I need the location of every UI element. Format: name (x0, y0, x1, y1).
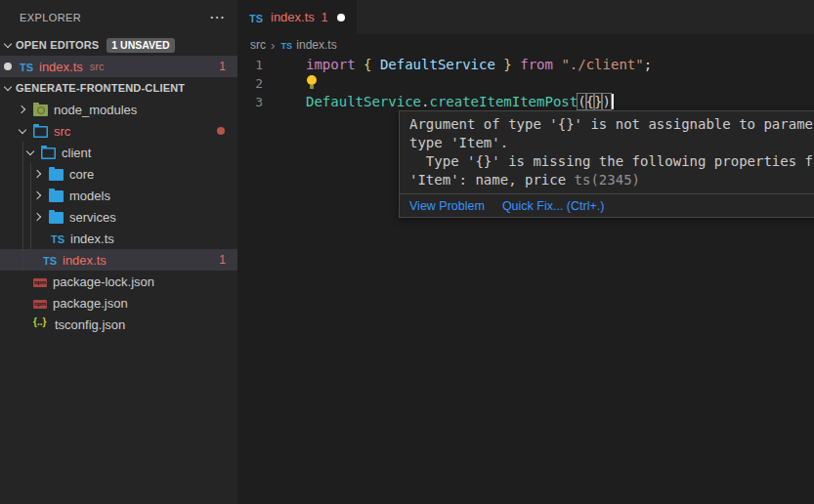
code-line: 2 (237, 74, 814, 93)
open-folder-icon (41, 147, 56, 159)
folder-icon (49, 169, 64, 181)
modified-dot-icon (4, 63, 12, 70)
code-line: 3 DefaultService.createItemItemPost({}) (237, 93, 814, 111)
npm-icon (33, 300, 47, 309)
breadcrumb-file[interactable]: index.ts (296, 38, 336, 52)
code-line: 1 import { DefaultService } from "./clie… (237, 56, 814, 74)
error-count-badge: 1 (219, 253, 226, 267)
typescript-icon (18, 60, 35, 74)
folder-icon (49, 190, 64, 202)
tree-item-client[interactable]: client (0, 142, 237, 163)
tab-index-ts[interactable]: index.ts 1 (237, 0, 357, 34)
code-line-content: import { DefaultService } from "./client… (306, 56, 652, 74)
tree-item-label: tsconfig.json (55, 317, 125, 332)
more-actions-icon[interactable] (208, 10, 226, 25)
tree-item-node-modules[interactable]: node_modules (0, 99, 237, 120)
open-folder-icon (33, 126, 48, 138)
typescript-icon (247, 9, 265, 26)
json-icon (33, 318, 49, 330)
typescript-icon (49, 231, 66, 246)
tree-item-label: services (69, 210, 116, 225)
tab-bar: index.ts 1 (237, 0, 814, 34)
tree-item-services[interactable]: services (0, 206, 237, 228)
view-problem-link[interactable]: View Problem (409, 199, 485, 213)
lightbulb-icon[interactable] (306, 75, 319, 91)
error-message-line: Type '{}' is missing the following prope… (409, 152, 814, 171)
vscode-window: EXPLORER OPEN EDITORS 1 UNSAVED index.ts… (0, 0, 814, 504)
error-message-line: Argument of type '{}' is not assignable … (409, 115, 814, 134)
line-number: 3 (237, 93, 306, 111)
line-number: 1 (237, 56, 306, 74)
typescript-icon (279, 38, 293, 52)
indent-spacer (12, 271, 33, 292)
workspace-section-header[interactable]: GENERATE-FRONTEND-CLIENT (0, 77, 237, 99)
tree-item-label: models (69, 189, 110, 203)
workspace-name: GENERATE-FRONTEND-CLIENT (16, 82, 185, 94)
editor-area: index.ts 1 src index.ts 1 import { Defau… (237, 0, 814, 504)
line-number: 2 (237, 74, 306, 93)
tree-item-label: package-lock.json (53, 274, 154, 289)
chevron-down-icon (0, 77, 16, 99)
breadcrumb: src index.ts (237, 34, 814, 56)
unsaved-badge: 1 UNSAVED (107, 38, 174, 53)
tree-item-label: client (62, 146, 91, 160)
tree-item-src[interactable]: src (0, 120, 237, 142)
typescript-icon (41, 253, 59, 268)
error-message-line: type 'Item'. (409, 134, 814, 152)
tree-item-tsconfig-json[interactable]: tsconfig.json (0, 314, 237, 335)
chevron-right-icon (271, 38, 275, 53)
tooltip-actions: View Problem Quick Fix... (Ctrl+.) (400, 193, 814, 217)
tree-item-label: src (54, 124, 70, 139)
tree-item-label: node_modules (54, 103, 137, 117)
explorer-header: EXPLORER (0, 0, 237, 34)
tree-item-models[interactable]: models (0, 185, 237, 206)
breadcrumb-folder[interactable]: src (250, 38, 266, 52)
open-editor-file-name: index.ts (39, 60, 83, 74)
problems-dot-icon (217, 127, 225, 135)
error-message: Argument of type '{}' is not assignable … (400, 111, 814, 193)
tree-item-label: index.ts (63, 253, 107, 268)
chevron-down-icon (12, 120, 33, 142)
code-line-content: DefaultService.createItemItemPost({}) (306, 93, 614, 111)
tree-item-core[interactable]: core (0, 163, 237, 185)
code-line-content (306, 74, 319, 93)
tree-item-label: index.ts (70, 231, 114, 246)
tree-item-package-lock-json[interactable]: package-lock.json (0, 271, 237, 292)
explorer-sidebar: EXPLORER OPEN EDITORS 1 UNSAVED index.ts… (0, 0, 237, 504)
tree-item-src-index-ts[interactable]: index.ts 1 (0, 249, 237, 271)
code-area[interactable]: 1 import { DefaultService } from "./clie… (237, 56, 814, 111)
modified-dot-icon[interactable] (337, 14, 345, 21)
indent-guide (22, 142, 23, 271)
chevron-right-icon (12, 99, 33, 120)
error-count-badge: 1 (219, 60, 226, 73)
npm-icon (33, 278, 47, 287)
error-tooltip: Argument of type '{}' is not assignable … (399, 110, 814, 218)
explorer-title: EXPLORER (20, 12, 81, 23)
folder-icon (49, 212, 64, 224)
open-editor-file-path: src (90, 61, 105, 72)
indent-spacer (12, 314, 33, 335)
open-editors-label: OPEN EDITORS (16, 39, 99, 51)
tab-label: index.ts (271, 10, 315, 24)
tab-error-count: 1 (321, 11, 328, 24)
indent-spacer (12, 292, 33, 314)
open-editor-item-index-ts[interactable]: index.ts src 1 (0, 56, 237, 77)
tree-item-client-index-ts[interactable]: index.ts (0, 228, 237, 249)
tree-item-package-json[interactable]: package.json (0, 292, 237, 314)
node-modules-folder-icon (33, 105, 48, 116)
error-message-line: 'Item': name, price ts(2345) (409, 171, 814, 189)
quick-fix-link[interactable]: Quick Fix... (Ctrl+.) (502, 199, 605, 213)
tree-item-label: core (69, 167, 94, 182)
tree-item-label: package.json (53, 296, 128, 311)
indent-guide (30, 163, 31, 249)
chevron-down-icon (0, 34, 16, 56)
open-editors-header[interactable]: OPEN EDITORS 1 UNSAVED (0, 34, 237, 56)
